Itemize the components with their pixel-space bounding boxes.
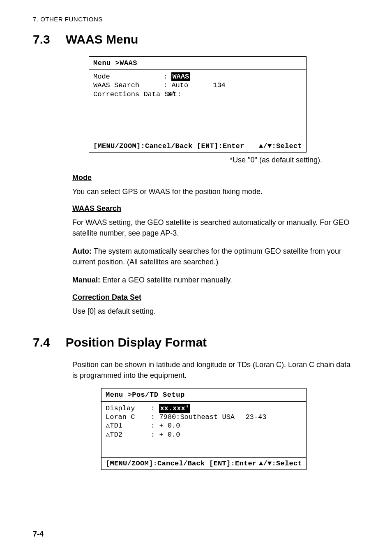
- menu-sep: [163, 90, 167, 99]
- menu-label-mode: Mode: [93, 72, 163, 81]
- subheading-correction-data-set: Correction Data Set: [72, 293, 355, 302]
- menu-sep: :: [151, 404, 159, 413]
- menu-label-loranc: Loran C: [106, 413, 151, 421]
- menu-extra-waas-search: 134: [213, 81, 226, 90]
- page-number: 7-4: [33, 530, 44, 539]
- menu-value-loranc: 7980:Southeast USA: [159, 413, 241, 421]
- para-waas-search-manual: Manual: Enter a GEO satellite number man…: [72, 275, 355, 285]
- waas-menu-caption: *Use "0" (as default setting).: [72, 156, 322, 164]
- section-heading-7-4: 7.4 Position Display Format: [33, 335, 359, 349]
- menu-sep: :: [163, 81, 171, 90]
- menu-body: Mode: WAAS WAAS Search: Auto134 Correcti…: [89, 70, 306, 140]
- menu-label-corrections: Corrections Data Set:: [93, 90, 163, 99]
- label-auto: Auto:: [72, 247, 92, 255]
- postd-menu-screenshot: Menu >Pos/TD Setup Display: xx.xxx' Lora…: [101, 388, 307, 470]
- menu-label-display: Display: [106, 404, 151, 413]
- menu-sep: :: [163, 72, 171, 81]
- menu-value-corrections: 0*: [167, 90, 175, 99]
- para-correction-data-set: Use [0] as default setting.: [72, 306, 355, 317]
- menu-row-td1: △TD1: + 0.0: [106, 421, 302, 430]
- menu-value-mode: WAAS: [171, 72, 190, 81]
- menu-footer-right: ▲/▼:Select: [259, 460, 302, 467]
- page-header: 7. OTHER FUNCTIONS: [33, 16, 359, 23]
- menu-footer: [MENU/ZOOM]:Cancel/Back [ENT]:Enter ▲/▼:…: [89, 140, 306, 152]
- text-auto: The system automatically searches for th…: [72, 247, 341, 266]
- menu-value-td2: + 0.0: [159, 430, 180, 439]
- menu-value-waas-search: Auto: [171, 81, 188, 90]
- para-mode: You can select GPS or WAAS for the posit…: [72, 186, 355, 197]
- text-manual: Enter a GEO satellite number manually.: [100, 276, 232, 284]
- section-title: WAAS Menu: [66, 32, 138, 46]
- menu-row-loranc: Loran C: 7980:Southeast USA23-43: [106, 413, 302, 421]
- section-number: 7.3: [33, 32, 50, 46]
- menu-footer: [MENU/ZOOM]:Cancel/Back [ENT]:Enter ▲/▼:…: [101, 457, 306, 469]
- menu-breadcrumb: Menu >WAAS: [89, 57, 306, 70]
- menu-footer-left: [MENU/ZOOM]:Cancel/Back [ENT]:Enter: [106, 460, 257, 467]
- menu-label-waas-search: WAAS Search: [93, 81, 163, 90]
- section-7-3-content: Menu >WAAS Mode: WAAS WAAS Search: Auto1…: [72, 56, 355, 317]
- menu-value-display: xx.xxx': [159, 404, 190, 413]
- section-number: 7.4: [33, 335, 50, 349]
- menu-body: Display: xx.xxx' Loran C: 7980:Southeast…: [101, 402, 306, 457]
- menu-footer-right: ▲/▼:Select: [259, 142, 302, 150]
- menu-label-td2: △TD2: [106, 430, 151, 439]
- label-manual: Manual:: [72, 276, 100, 284]
- section-7-4-content: Position can be shown in latitude and lo…: [72, 359, 355, 470]
- menu-breadcrumb: Menu >Pos/TD Setup: [101, 388, 306, 402]
- menu-row-waas-search: WAAS Search: Auto134: [93, 81, 302, 90]
- menu-sep: :: [151, 421, 159, 430]
- subheading-waas-search: WAAS Search: [72, 204, 355, 213]
- menu-sep: :: [151, 413, 159, 421]
- para-waas-search-auto: Auto: The system automatically searches …: [72, 246, 355, 267]
- para-waas-search-intro: For WAAS setting, the GEO satellite is s…: [72, 217, 355, 238]
- menu-value-td1: + 0.0: [159, 421, 180, 430]
- menu-row-mode: Mode: WAAS: [93, 72, 302, 81]
- menu-row-display: Display: xx.xxx': [106, 404, 302, 413]
- section-title: Position Display Format: [66, 335, 207, 349]
- para-position-intro: Position can be shown in latitude and lo…: [72, 359, 355, 381]
- menu-footer-left: [MENU/ZOOM]:Cancel/Back [ENT]:Enter: [93, 142, 244, 150]
- menu-row-td2: △TD2: + 0.0: [106, 430, 302, 439]
- waas-menu-screenshot: Menu >WAAS Mode: WAAS WAAS Search: Auto1…: [89, 56, 307, 153]
- menu-row-corrections: Corrections Data Set: 0*: [93, 90, 302, 99]
- menu-extra-loranc: 23-43: [245, 413, 266, 421]
- menu-sep: :: [151, 430, 159, 439]
- subheading-mode: Mode: [72, 173, 355, 182]
- menu-label-td1: △TD1: [106, 421, 151, 430]
- section-heading-7-3: 7.3 WAAS Menu: [33, 32, 359, 46]
